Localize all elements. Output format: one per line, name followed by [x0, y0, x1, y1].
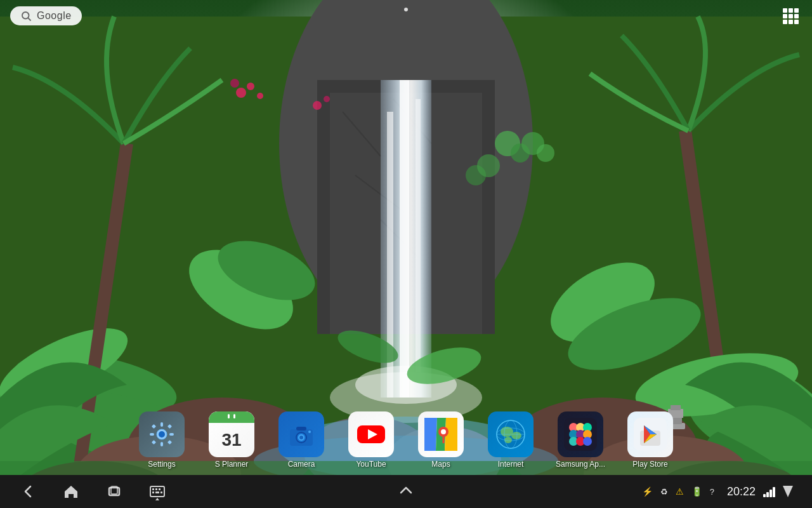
nav-home-button[interactable]: [62, 483, 80, 500]
svg-rect-118: [155, 488, 157, 490]
svg-point-91: [441, 429, 446, 434]
camera-icon: [287, 420, 315, 448]
navigation-bar: ⚡ ♻ ⚠ 🔋 ? 20:22: [0, 475, 812, 508]
svg-point-86: [308, 431, 311, 433]
samsung-app-icon[interactable]: Samsung Ap...: [552, 411, 609, 469]
maps-app-icon[interactable]: Maps: [412, 411, 469, 469]
youtube-app-label: YouTube: [356, 460, 386, 469]
help-status-icon: ?: [710, 487, 714, 497]
recycle-status-icon: ♻: [660, 487, 668, 497]
settings-app-label: Settings: [148, 460, 175, 469]
svg-rect-12: [400, 80, 409, 398]
svg-rect-72: [160, 422, 163, 427]
svg-rect-122: [160, 491, 162, 493]
svg-rect-78: [152, 440, 156, 444]
svg-rect-77: [167, 424, 172, 429]
svg-rect-81: [296, 427, 306, 431]
svg-point-96: [511, 432, 521, 439]
svg-point-85: [299, 436, 303, 439]
usb-status-icon: ⚡: [642, 486, 653, 497]
apps-grid-button[interactable]: [779, 4, 802, 27]
svg-rect-64: [783, 14, 787, 18]
svg-rect-69: [794, 20, 799, 24]
svg-point-34: [236, 88, 246, 98]
google-search-bar[interactable]: Google: [10, 6, 82, 25]
svg-rect-65: [789, 14, 793, 18]
clock-display: 20:22: [727, 485, 756, 498]
svg-point-43: [537, 144, 554, 162]
camera-app-icon[interactable]: Camera: [273, 411, 330, 469]
youtube-icon: [355, 418, 388, 451]
svg-rect-74: [150, 433, 154, 436]
top-bar: Google: [0, 0, 812, 32]
nav-keyboard-button[interactable]: [148, 483, 166, 500]
splanner-app-icon[interactable]: 31 S Planner: [203, 411, 260, 469]
samsung-icon-image: [558, 411, 603, 457]
nav-left-buttons: [19, 483, 166, 500]
youtube-icon-image: [348, 411, 394, 457]
up-arrow-icon: [397, 481, 415, 499]
svg-line-60: [28, 18, 30, 20]
search-icon: [20, 10, 32, 22]
settings-icon-image: [139, 411, 185, 457]
warning-status-icon: ⚠: [676, 486, 684, 497]
playstore-app-icon[interactable]: Play Store: [622, 411, 679, 469]
maps-icon-image: [418, 411, 464, 457]
playstore-app-label: Play Store: [632, 460, 667, 469]
google-logo-text: Google: [37, 10, 72, 22]
battery-status-icon: 🔋: [691, 486, 702, 497]
internet-app-label: Internet: [498, 460, 524, 469]
svg-rect-79: [167, 440, 172, 444]
svg-rect-120: [152, 491, 154, 493]
svg-marker-123: [155, 498, 159, 500]
app-dock: Settings 31 S Planner: [0, 405, 812, 475]
youtube-app-icon[interactable]: YouTube: [343, 411, 400, 469]
svg-marker-124: [783, 486, 793, 497]
keyboard-icon: [148, 483, 166, 500]
samsung-apps-icon: [564, 418, 597, 451]
svg-point-59: [22, 12, 29, 19]
svg-rect-62: [789, 8, 793, 13]
svg-rect-13: [416, 99, 421, 372]
svg-rect-75: [169, 433, 174, 436]
svg-rect-68: [789, 20, 793, 24]
svg-point-45: [477, 154, 500, 177]
svg-point-36: [230, 79, 239, 88]
internet-app-icon[interactable]: Internet: [482, 411, 539, 469]
signal-icon: [763, 486, 775, 497]
splanner-app-label: S Planner: [215, 460, 249, 469]
camera-icon-image: [278, 411, 324, 457]
svg-rect-117: [152, 488, 154, 490]
nav-center-up-button[interactable]: [397, 481, 415, 502]
grid-icon: [782, 7, 799, 25]
internet-icon-image: [488, 411, 534, 457]
svg-rect-76: [152, 424, 156, 429]
svg-rect-67: [783, 20, 787, 24]
svg-rect-73: [160, 442, 163, 446]
signal-strength-icon: [783, 486, 793, 497]
status-bar-right: ⚡ ♻ ⚠ 🔋 ? 20:22: [642, 485, 793, 498]
samsung-app-label: Samsung Ap...: [556, 460, 605, 469]
settings-app-icon[interactable]: Settings: [133, 411, 190, 469]
recents-icon: [105, 483, 123, 500]
nav-recents-button[interactable]: [105, 483, 123, 500]
svg-point-39: [324, 96, 330, 102]
nav-back-button[interactable]: [19, 483, 37, 500]
globe-icon: [494, 418, 527, 451]
camera-app-label: Camera: [288, 460, 315, 469]
svg-rect-66: [794, 14, 799, 18]
maps-icon: [424, 418, 457, 451]
svg-point-38: [313, 101, 322, 110]
back-icon: [19, 483, 37, 500]
gear-icon: [148, 420, 176, 448]
svg-point-71: [159, 431, 165, 438]
playstore-icon: [634, 418, 667, 451]
svg-rect-121: [155, 491, 159, 493]
splanner-icon-image: 31: [209, 411, 254, 457]
svg-point-35: [247, 83, 254, 90]
svg-point-110: [583, 437, 592, 446]
page-indicator-dot: [404, 8, 408, 11]
maps-app-label: Maps: [431, 460, 450, 469]
svg-point-37: [257, 93, 263, 99]
svg-rect-119: [159, 488, 160, 490]
